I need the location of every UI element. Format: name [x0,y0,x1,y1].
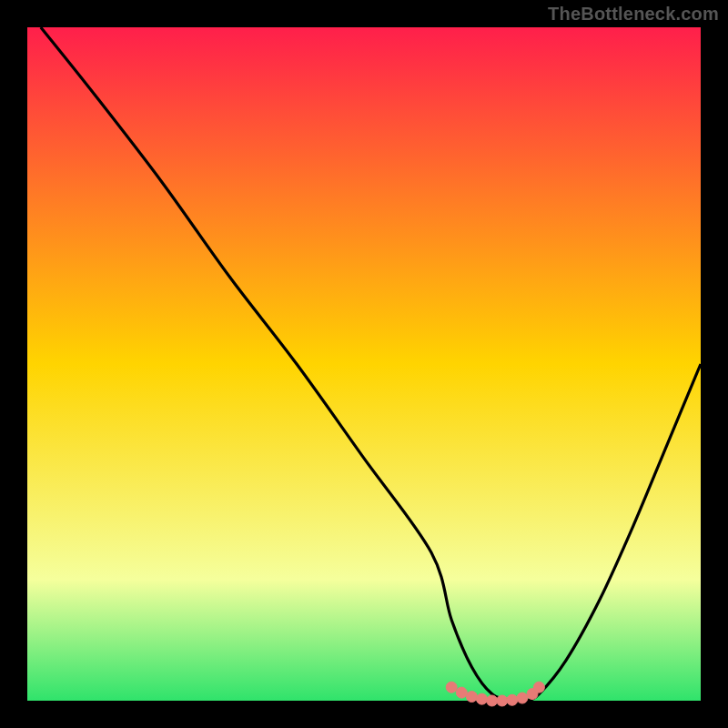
optimal-point-marker [446,682,457,693]
optimal-point-marker [466,692,477,703]
optimal-point-marker [477,693,488,704]
optimal-point-marker [533,682,544,693]
chart-stage: TheBottleneck.com [0,0,728,728]
optimal-point-marker [507,694,518,705]
optimal-point-marker [517,693,528,703]
optimal-point-marker [487,695,498,706]
bottleneck-curve-chart [0,0,728,728]
optimal-point-marker [456,687,467,698]
watermark-text: TheBottleneck.com [548,4,719,25]
optimal-point-marker [497,695,508,706]
